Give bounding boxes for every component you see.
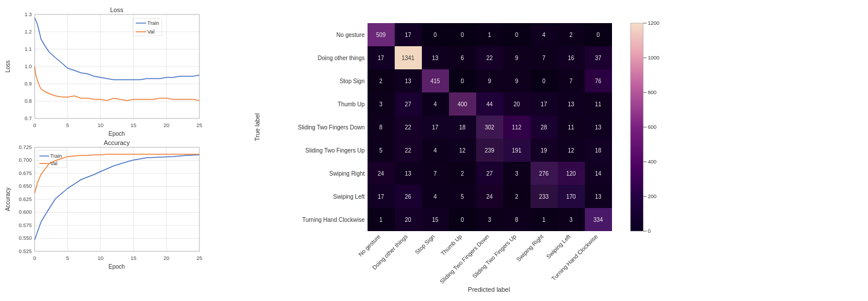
cell-text-2-0: 2 (379, 78, 383, 84)
col-label-2: Stop Sign (414, 233, 436, 255)
col-label-4: Sliding Two Fingers Down (439, 233, 490, 285)
acc-y-0-575: 0.575 (18, 222, 32, 228)
cb-label-200: 200 (648, 194, 656, 199)
row-label-5: Sliding Two Fingers Up (305, 147, 365, 154)
cell-text-7-7: 170 (566, 194, 576, 200)
cell-text-8-1: 20 (405, 217, 411, 223)
col-label-0: No gesture (357, 233, 382, 258)
cb-label-0: 0 (648, 228, 651, 234)
x-label-25: 25 (196, 122, 202, 128)
row-label-6: Swiping Right (329, 170, 365, 177)
cell-text-5-1: 22 (405, 147, 411, 154)
cell-text-0-4: 1 (488, 32, 491, 38)
cell-text-6-4: 27 (486, 170, 493, 177)
cell-text-6-1: 13 (405, 170, 411, 177)
cell-text-7-6: 233 (539, 194, 549, 200)
cell-text-0-5: 0 (515, 32, 518, 38)
acc-y-0-550: 0.550 (18, 235, 32, 241)
cell-text-4-4: 302 (485, 124, 495, 131)
cell-text-3-0: 3 (379, 101, 383, 107)
cell-text-8-0: 1 (379, 217, 383, 223)
cb-label-600: 600 (648, 124, 656, 130)
acc-title: Accuracy (103, 139, 130, 146)
x-label-10: 10 (98, 122, 103, 128)
cell-text-4-6: 28 (540, 124, 547, 131)
cell-text-1-1: 1341 (402, 55, 415, 61)
acc-ylabel: Accuracy (5, 187, 11, 211)
row-label-0: No gesture (336, 32, 365, 38)
cell-text-1-3: 6 (461, 55, 464, 61)
cell-text-3-6: 17 (540, 101, 547, 107)
loss-ylabel: Loss (5, 60, 11, 72)
cell-text-8-7: 3 (569, 217, 573, 223)
cell-text-0-3: 0 (461, 32, 464, 38)
cell-text-7-0: 17 (377, 194, 384, 200)
cell-text-1-4: 22 (486, 55, 493, 61)
cell-text-1-8: 37 (595, 55, 602, 61)
loss-train-line (35, 18, 199, 80)
x-label-5: 5 (66, 122, 69, 128)
cell-text-7-5: 2 (515, 194, 518, 200)
y-label-1-1: 1.1 (24, 46, 32, 52)
colorbar-rect (630, 23, 643, 231)
acc-y-0-675: 0.675 (18, 170, 32, 176)
acc-x-10: 10 (98, 255, 103, 261)
cell-text-1-0: 17 (377, 55, 384, 61)
cell-text-6-5: 3 (515, 170, 518, 177)
row-label-4: Sliding Two Fingers Down (298, 124, 365, 131)
row-label-1: Doing other things (318, 55, 365, 61)
cell-text-8-6: 1 (542, 217, 546, 223)
loss-title: Loss (110, 6, 124, 13)
cb-label-1000: 1000 (648, 55, 659, 61)
cell-text-2-3: 0 (461, 78, 464, 84)
cell-text-4-7: 11 (567, 124, 574, 131)
main-container: 1.3 1.2 1.1 1.0 0.9 0.8 0.7 0 5 10 15 20… (0, 0, 868, 301)
cell-text-0-0: 509 (376, 32, 386, 38)
cell-text-0-6: 4 (542, 32, 546, 38)
col-label-8: Turning Hand Clockwise (550, 233, 599, 281)
cell-text-0-2: 0 (433, 32, 437, 38)
cell-text-7-2: 4 (433, 194, 437, 200)
cell-text-6-6: 276 (539, 170, 549, 177)
y-axis-title: True label (254, 113, 261, 142)
x-label-0: 0 (33, 122, 36, 128)
confusion-matrix-section: .cell-text { font-size: 10px; fill: #eee… (228, 6, 865, 295)
x-axis-title: Predicted label (468, 286, 510, 293)
acc-y-0-700: 0.700 (18, 157, 32, 163)
loss-xlabel: Epoch (109, 131, 125, 137)
y-label-1-2: 1.2 (24, 29, 32, 35)
cell-text-3-5: 20 (513, 101, 520, 107)
acc-val-line (35, 154, 199, 193)
cell-text-1-2: 13 (432, 55, 439, 61)
cell-text-0-7: 2 (569, 32, 573, 38)
loss-legend-val-label: Val (147, 29, 154, 35)
cb-label-400: 400 (648, 159, 656, 165)
row-label-2: Stop Sign (340, 78, 365, 84)
cell-text-3-8: 11 (595, 101, 602, 107)
cell-text-2-4: 9 (488, 78, 491, 84)
cell-text-8-2: 15 (432, 217, 439, 223)
cell-text-0-8: 0 (596, 32, 600, 38)
cell-text-8-5: 8 (515, 217, 518, 223)
y-label-0-7: 0.7 (24, 116, 32, 121)
acc-y-0-725: 0.725 (18, 144, 32, 150)
y-label-0-8: 0.8 (24, 98, 32, 104)
acc-x-5: 5 (66, 255, 69, 261)
acc-x-20: 20 (164, 255, 169, 261)
cell-text-3-2: 4 (433, 101, 437, 107)
cell-text-6-3: 2 (461, 170, 464, 177)
cell-text-5-7: 12 (567, 147, 574, 154)
cell-text-7-1: 26 (405, 194, 411, 200)
cb-label-1200: 1200 (648, 20, 659, 26)
cell-text-5-4: 239 (485, 147, 495, 154)
cell-text-7-3: 5 (461, 194, 464, 200)
cell-text-1-7: 16 (567, 55, 574, 61)
cell-text-5-5: 191 (512, 147, 522, 154)
cell-text-5-6: 19 (540, 147, 547, 154)
cell-text-4-0: 8 (379, 124, 383, 131)
cell-text-5-3: 12 (459, 147, 466, 154)
cell-text-3-3: 400 (458, 101, 468, 107)
y-label-0-9: 0.9 (24, 81, 32, 87)
cell-text-6-2: 7 (433, 170, 437, 177)
acc-legend-train-label: Train (50, 153, 62, 159)
